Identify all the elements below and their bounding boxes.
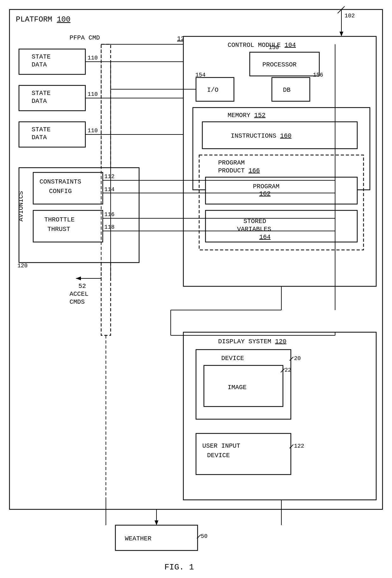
svg-text:ACCEL: ACCEL xyxy=(70,290,89,298)
image-label: IMAGE xyxy=(228,384,247,391)
processor-label: PROCESSOR xyxy=(262,61,297,68)
svg-text:CONFIG: CONFIG xyxy=(49,188,72,195)
weather-label: WEATHER xyxy=(125,535,151,542)
ref-154: 154 xyxy=(195,72,205,78)
program-label: PROGRAM xyxy=(253,183,279,190)
svg-text:VARIABLES: VARIABLES xyxy=(237,226,271,233)
fig-label: FIG. 1 xyxy=(164,562,194,572)
svg-text:DATA: DATA xyxy=(32,134,47,141)
program-product-label: PROGRAM xyxy=(218,159,245,166)
device-label: DEVICE xyxy=(221,355,244,362)
display-system-label: DISPLAY SYSTEM 120 xyxy=(218,338,286,345)
pfpa-cmd-label: PFPA CMD xyxy=(70,34,100,41)
state-data-2: STATE xyxy=(32,90,51,97)
ref-112: 112 xyxy=(104,173,114,180)
svg-text:CMDS: CMDS xyxy=(70,298,85,306)
avionics-num: 120 xyxy=(17,263,28,269)
ref-156: 156 xyxy=(313,72,323,78)
constraints-label: CONSTRAINTS xyxy=(40,178,81,185)
svg-rect-27 xyxy=(205,177,357,204)
svg-rect-14 xyxy=(19,122,85,147)
platform-label: PLATFORM 100 xyxy=(16,15,70,24)
instructions-label: INSTRUCTIONS 160 xyxy=(231,132,291,140)
user-input-num: 122 xyxy=(294,443,304,449)
memory-label: MEMORY 152 xyxy=(228,112,266,119)
avionics-label: AVIONICS xyxy=(17,191,25,221)
svg-text:164: 164 xyxy=(259,233,271,241)
ref-116: 116 xyxy=(104,211,114,218)
svg-text:DATA: DATA xyxy=(32,61,47,68)
weather-num: 50 xyxy=(201,533,208,539)
ref-110-1: 110 xyxy=(88,55,98,61)
state-data-3: STATE xyxy=(32,126,51,133)
image-num: 22 xyxy=(285,367,291,373)
svg-text:162: 162 xyxy=(259,190,271,197)
throttle-label: THROTTLE xyxy=(44,216,75,223)
ref-150: 150 xyxy=(269,44,279,51)
ref-102: 102 xyxy=(345,13,355,19)
svg-rect-29 xyxy=(205,210,357,242)
svg-text:DATA: DATA xyxy=(32,97,47,105)
svg-text:PRODUCT 166: PRODUCT 166 xyxy=(218,167,260,174)
ref-114: 114 xyxy=(104,186,114,193)
svg-marker-67 xyxy=(155,520,158,525)
db-label: DB xyxy=(283,86,291,94)
user-input-device-label: USER INPUT xyxy=(202,442,240,450)
ref-110-2: 110 xyxy=(88,91,98,97)
device-num: 20 xyxy=(294,355,301,362)
stored-variables-label: STORED xyxy=(243,218,266,225)
ref-118: 118 xyxy=(104,224,114,230)
diagram-container: PLATFORM 100 102 PFPA CMD 126 STATE DATA… xyxy=(0,0,392,578)
svg-rect-22 xyxy=(272,78,310,101)
accel-cmds-label: 52 xyxy=(78,283,86,290)
state-data-1: STATE xyxy=(32,53,51,60)
ref-110-3: 110 xyxy=(88,127,98,134)
svg-text:DEVICE: DEVICE xyxy=(207,452,230,459)
svg-rect-6 xyxy=(19,49,85,74)
io-label: I/O xyxy=(207,86,218,94)
svg-text:THRUST: THRUST xyxy=(47,226,70,233)
control-module-label: CONTROL MODULE 104 xyxy=(228,41,296,49)
svg-rect-10 xyxy=(19,85,85,111)
